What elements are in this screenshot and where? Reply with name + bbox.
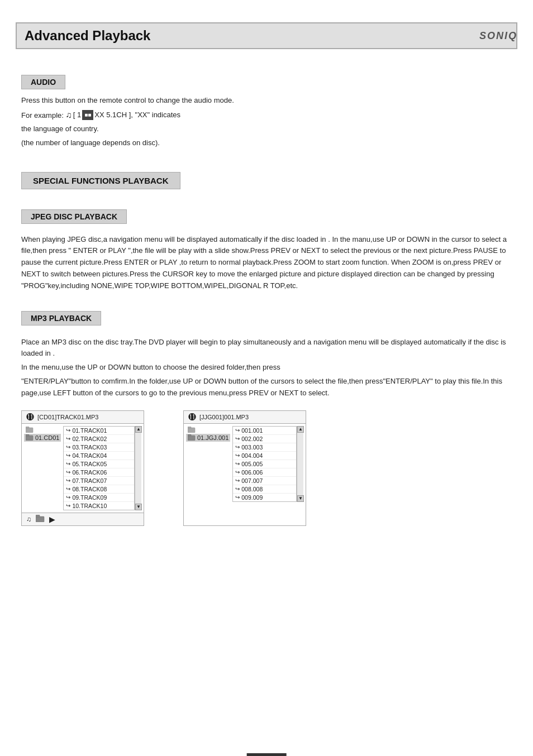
- mp3-right-title: ⓫ [JJG001]001.MP3: [184, 411, 306, 424]
- track-icon-10: ↪: [66, 503, 70, 509]
- mp3-right-track-5[interactable]: ↪ 005.005: [233, 460, 296, 468]
- mp3-right-tracks-area: ↪ 001.001 ↪ 002.002 ↪ 003.003: [232, 426, 303, 502]
- track-label-9: 09.TRACK09: [72, 494, 107, 501]
- track-icon-5: ↪: [66, 461, 70, 467]
- mp3-right-folders: 01.JGJ.001: [186, 426, 230, 502]
- scroll-track-right: [297, 433, 303, 495]
- mp3-right-track-2[interactable]: ↪ 002.002: [233, 435, 296, 443]
- mp3-right-track-8[interactable]: ↪ 008.008: [233, 485, 296, 494]
- track-icon-4: ↪: [66, 452, 70, 458]
- mp3-text1: Place an MP3 disc on the disc tray.The D…: [21, 337, 512, 360]
- cd-icon-left: ⓫: [26, 413, 34, 422]
- mp3-right-body: 01.JGJ.001 ↪ 001.001 ↪: [184, 424, 306, 504]
- track-label-4: 04.TRACK04: [72, 452, 107, 459]
- scroll-down-right[interactable]: ▼: [297, 495, 304, 502]
- mp3-left-track-6[interactable]: ↪ 06.TRACK06: [64, 468, 134, 477]
- mp3-left-track-4[interactable]: ↪ 04.TRACK04: [64, 452, 134, 460]
- rtrack-icon-3: ↪: [235, 444, 240, 450]
- scroll-track-left: [135, 433, 141, 504]
- mp3-left-track-2[interactable]: ↪ 02.TRACK02: [64, 435, 134, 443]
- brand-logo: SONIQ: [479, 30, 517, 42]
- track-label-5: 05.TRACK05: [72, 461, 107, 467]
- folder-icon-footer-left: [36, 515, 45, 524]
- svg-rect-1: [26, 427, 29, 428]
- mp3-left-scrollbar: ▲ ▼: [135, 426, 141, 510]
- rtrack-label-5: 005.005: [241, 461, 263, 467]
- svg-rect-3: [26, 434, 29, 436]
- svg-rect-5: [36, 515, 40, 517]
- mp3-right-track-4[interactable]: ↪ 004.004: [233, 452, 296, 460]
- mp3-right-track-1[interactable]: ↪ 001.001: [233, 427, 296, 435]
- track-icon-8: ↪: [66, 486, 70, 492]
- scroll-up-left[interactable]: ▲: [135, 426, 142, 433]
- track-icon-2: ↪: [66, 436, 70, 442]
- mp3-left-track-7[interactable]: ↪ 07.TRACK07: [64, 477, 134, 485]
- audio-xx-text: XX 5.1CH ], "XX" indicates: [94, 109, 180, 121]
- track-icon-6: ↪: [66, 469, 70, 475]
- mp3-right-title-text: [JJG001]001.MP3: [199, 414, 249, 420]
- track-label-8: 08.TRACK08: [72, 486, 107, 492]
- jpeg-text: When playing JPEG disc,a navigation menu…: [21, 234, 512, 292]
- mp3-left-tracks-area: ↪ 01.TRACK01 ↪ 02.TRACK02 ↪ 03.TRACK03: [63, 426, 141, 510]
- mp3-left-track-10[interactable]: ↪ 10.TRACK10: [64, 502, 134, 510]
- track-icon-3: ↪: [66, 444, 70, 450]
- scroll-down-left[interactable]: ▼: [135, 504, 142, 510]
- svg-rect-8: [188, 436, 195, 441]
- audio-text1: Press this button on the remote control …: [21, 95, 512, 106]
- mp3-text3: "ENTER/PLAY"button to comfirm.In the fol…: [21, 376, 512, 399]
- mp3-left-title: ⓫ [CD01]TRACK01.MP3: [22, 411, 144, 424]
- mp3-left-track-3[interactable]: ↪ 03.TRACK03: [64, 443, 134, 452]
- folder-icon-right-selected: [188, 434, 196, 441]
- track-label-2: 02.TRACK02: [72, 436, 107, 442]
- mp3-diagram-right: ⓫ [JJG001]001.MP3: [183, 410, 306, 526]
- mp3-left-track-9[interactable]: ↪ 09.TRACK09: [64, 494, 134, 502]
- mp3-left-folder-up: [24, 426, 35, 433]
- content-area: AUDIO Press this button on the remote co…: [0, 49, 533, 542]
- mp3-right-folder-label: 01.JGJ.001: [197, 434, 229, 441]
- audio-text4: (the number of language depends on disc)…: [21, 137, 512, 149]
- special-functions-header: SPECIAL FUNCTIONS PLAYBACK: [21, 172, 180, 189]
- mp3-left-track-8[interactable]: ↪ 08.TRACK08: [64, 485, 134, 494]
- mp3-left-tracks: ↪ 01.TRACK01 ↪ 02.TRACK02 ↪ 03.TRACK03: [63, 426, 135, 510]
- mp3-right-tracks: ↪ 001.001 ↪ 002.002 ↪ 003.003: [232, 426, 297, 502]
- audio-for-example: For example:: [21, 111, 64, 119]
- mp3-header: MP3 PLAYBACK: [21, 311, 101, 326]
- rtrack-icon-6: ↪: [235, 469, 240, 475]
- mp3-left-title-text: [CD01]TRACK01.MP3: [37, 414, 98, 420]
- rtrack-icon-7: ↪: [235, 477, 240, 484]
- music-note-left: ♫: [26, 515, 31, 523]
- track-label-10: 10.TRACK10: [72, 503, 107, 509]
- mp3-left-footer: ♫ ▶: [22, 513, 144, 525]
- audio-header: AUDIO: [21, 75, 65, 89]
- mp3-right-track-6[interactable]: ↪ 006.006: [233, 468, 296, 477]
- track-label-7: 07.TRACK07: [72, 477, 107, 484]
- svg-rect-9: [188, 434, 191, 436]
- track-icon-1: ↪: [66, 427, 70, 433]
- jpeg-section: JPEG DISC PLAYBACK When playing JPEG dis…: [21, 206, 512, 292]
- mp3-left-track-1[interactable]: ↪ 01.TRACK01: [64, 427, 134, 435]
- title-bar: Advanced Playback: [16, 22, 517, 49]
- rtrack-icon-8: ↪: [235, 486, 240, 492]
- rtrack-label-3: 003.003: [241, 444, 263, 451]
- svg-rect-6: [188, 428, 195, 433]
- mp3-left-folders: 01.CD01: [24, 426, 61, 510]
- audio-example-text: [ 1: [73, 109, 81, 121]
- music-note-icon: ♫: [66, 108, 72, 121]
- mp3-right-folder-up: [186, 426, 197, 433]
- mp3-right-folder-item[interactable]: 01.JGJ.001: [186, 434, 230, 442]
- rtrack-label-2: 002.002: [241, 436, 263, 442]
- scroll-up-right[interactable]: ▲: [297, 426, 304, 433]
- mp3-right-track-7[interactable]: ↪ 007.007: [233, 477, 296, 485]
- folder-icon-left-selected: [26, 434, 34, 441]
- rtrack-label-7: 007.007: [241, 477, 263, 484]
- mp3-right-track-3[interactable]: ↪ 003.003: [233, 443, 296, 452]
- mp3-right-track-9[interactable]: ↪ 009.009: [233, 494, 296, 501]
- mp3-left-folder-item[interactable]: 01.CD01: [24, 434, 61, 442]
- audio-text3: the language of country.: [21, 123, 512, 135]
- folder-icon-right-up: [188, 427, 196, 433]
- mp3-left-track-5[interactable]: ↪ 05.TRACK05: [64, 460, 134, 468]
- rtrack-icon-1: ↪: [235, 427, 240, 433]
- audio-section: AUDIO Press this button on the remote co…: [21, 71, 512, 149]
- folder-icon-left: [26, 427, 34, 433]
- play-button-left[interactable]: ▶: [49, 515, 55, 524]
